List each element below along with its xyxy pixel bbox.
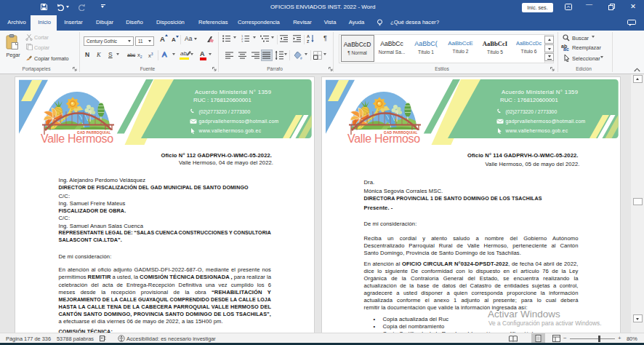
svg-text:A: A xyxy=(307,34,310,39)
svg-text:3: 3 xyxy=(241,40,243,43)
svg-text:Z: Z xyxy=(307,39,310,44)
